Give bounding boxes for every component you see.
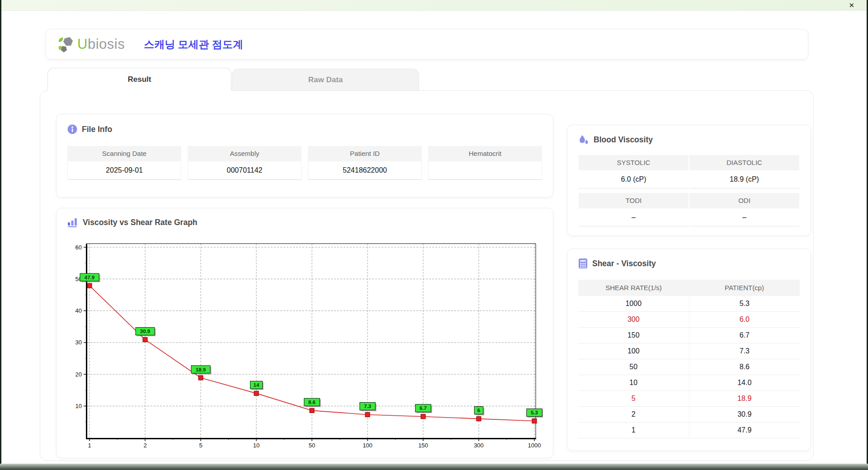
svg-text:300: 300: [474, 442, 484, 449]
col-shear-rate: SHEAR RATE(1/s): [578, 280, 689, 296]
logo-text: Ubiosis: [77, 36, 125, 52]
cell-shear-rate: 1: [578, 423, 689, 438]
cell-shear-rate: 50: [578, 359, 689, 375]
field-label-assembly: Assembly: [188, 146, 302, 161]
field-assembly: Assembly000701142: [188, 146, 302, 180]
header-card: Ubiosis 스캐닝 모세관 점도계: [45, 29, 808, 60]
file-info-title-row: File Info: [67, 124, 542, 134]
window-titlebar: ✕: [0, 0, 868, 11]
blood-viscosity-title: Blood Viscosity: [594, 135, 653, 145]
logo: Ubiosis: [57, 35, 125, 53]
table-row: 10005.3: [578, 296, 800, 312]
table-row: 518.9: [578, 391, 800, 407]
cell-patient: 47.9: [689, 423, 800, 438]
cell-patient: 5.3: [689, 296, 800, 311]
svg-text:50: 50: [309, 442, 315, 449]
bar-chart-icon: [67, 217, 78, 227]
window-edge-bottom: [0, 464, 868, 470]
blood-viscosity-title-row: Blood Viscosity: [578, 134, 800, 145]
svg-text:2: 2: [143, 442, 146, 449]
bv-label: SYSTOLIC: [579, 155, 689, 170]
svg-text:14: 14: [254, 382, 259, 388]
svg-text:5.3: 5.3: [531, 410, 538, 415]
cell-shear-rate: 10: [578, 375, 689, 390]
svg-text:47.9: 47.9: [85, 275, 94, 280]
calculator-icon: [578, 258, 588, 269]
svg-text:10: 10: [75, 403, 82, 409]
table-row: 3006.0: [578, 312, 800, 328]
shear-viscosity-card: Shear - Viscosity SHEAR RATE(1/s) PATIEN…: [567, 249, 811, 451]
shear-viscosity-table: SHEAR RATE(1/s) PATIENT(cp) 10005.33006.…: [578, 280, 800, 438]
svg-text:5: 5: [199, 442, 202, 449]
cell-shear-rate: 2: [578, 407, 689, 422]
field-label-scanning-date: Scanning Date: [67, 146, 181, 161]
svg-text:6: 6: [477, 408, 480, 413]
file-info-fields: Scanning Date2025-09-01Assembly000701142…: [67, 146, 542, 180]
shear-viscosity-table-header: SHEAR RATE(1/s) PATIENT(cp): [578, 280, 800, 296]
bv-label: DIASTOLIC: [689, 155, 799, 170]
svg-text:30.9: 30.9: [140, 329, 150, 334]
shear-viscosity-title-row: Shear - Viscosity: [578, 258, 800, 269]
tab-raw-data[interactable]: Raw Data: [232, 69, 419, 90]
ubiosis-logo-icon: [57, 35, 75, 53]
cell-patient: 8.6: [689, 359, 800, 375]
field-patient-id: Patient ID52418622000: [308, 146, 422, 180]
field-value-hematocrit: [428, 161, 542, 180]
file-info-title: File Info: [82, 125, 112, 134]
bv-value: –: [689, 208, 799, 226]
cell-shear-rate: 100: [578, 343, 689, 359]
svg-text:8.6: 8.6: [308, 400, 316, 405]
table-row: 1506.7: [578, 328, 800, 343]
info-icon: [67, 124, 77, 134]
field-label-hematocrit: Hematocrit: [428, 146, 542, 161]
cell-shear-rate: 300: [578, 312, 689, 327]
field-value-assembly: 000701142: [188, 161, 302, 180]
file-info-card: File Info Scanning Date2025-09-01Assembl…: [56, 114, 553, 197]
svg-text:40: 40: [75, 307, 82, 314]
col-patient: PATIENT(cp): [689, 280, 800, 296]
bv-value-row: 6.0 (cP)18.9 (cP): [578, 170, 800, 188]
field-label-patient-id: Patient ID: [308, 146, 422, 161]
viscosity-chart: 1020304050601251050100150300100047.930.9…: [67, 235, 543, 457]
cell-shear-rate: 150: [578, 328, 689, 343]
app-title: 스캐닝 모세관 점도계: [144, 38, 243, 52]
table-row: 230.9: [578, 407, 800, 423]
logo-letter-u: U: [77, 36, 88, 52]
bv-header-row: SYSTOLICDIASTOLIC: [578, 155, 800, 170]
graph-title: Viscosity vs Shear Rate Graph: [83, 218, 198, 227]
logo-rest: biosis: [88, 36, 125, 52]
bv-value: 6.0 (cP): [579, 170, 689, 188]
window-edge-left: [0, 0, 1, 470]
cell-shear-rate: 5: [578, 391, 689, 406]
table-row: 147.9: [578, 423, 800, 438]
shear-viscosity-title: Shear - Viscosity: [592, 259, 656, 268]
tab-result[interactable]: Result: [47, 68, 231, 91]
svg-text:18.9: 18.9: [196, 367, 206, 372]
graph-card: Viscosity vs Shear Rate Graph 1020304050…: [56, 208, 553, 458]
field-value-scanning-date: 2025-09-01: [67, 161, 181, 180]
svg-text:20: 20: [75, 371, 82, 378]
svg-text:150: 150: [418, 442, 428, 449]
cell-patient: 7.3: [689, 343, 800, 359]
field-hematocrit: Hematocrit: [428, 146, 542, 180]
cell-patient: 30.9: [689, 407, 800, 422]
blood-viscosity-table: SYSTOLICDIASTOLIC6.0 (cP)18.9 (cP)TODIOD…: [578, 155, 800, 226]
table-row: 508.6: [578, 359, 800, 375]
svg-text:6.7: 6.7: [420, 405, 427, 411]
graph-title-row: Viscosity vs Shear Rate Graph: [67, 217, 542, 227]
field-scanning-date: Scanning Date2025-09-01: [67, 146, 181, 180]
svg-text:1000: 1000: [528, 442, 541, 449]
shear-viscosity-rows: 10005.33006.01506.71007.3508.61014.0518.…: [578, 296, 800, 438]
svg-text:60: 60: [75, 244, 82, 251]
blood-viscosity-card: Blood Viscosity SYSTOLICDIASTOLIC6.0 (cP…: [567, 125, 811, 236]
blood-drops-icon: [578, 134, 589, 145]
bv-label: ODI: [689, 193, 799, 208]
bv-header-row: TODIODI: [578, 193, 800, 208]
svg-text:7.3: 7.3: [364, 404, 371, 409]
table-row: 1014.0: [578, 375, 800, 391]
field-value-patient-id: 52418622000: [308, 161, 422, 180]
close-icon[interactable]: ✕: [849, 1, 854, 9]
svg-text:100: 100: [363, 442, 373, 449]
bv-value-row: ––: [578, 208, 800, 226]
viscosity-chart-svg: 1020304050601251050100150300100047.930.9…: [67, 235, 543, 457]
